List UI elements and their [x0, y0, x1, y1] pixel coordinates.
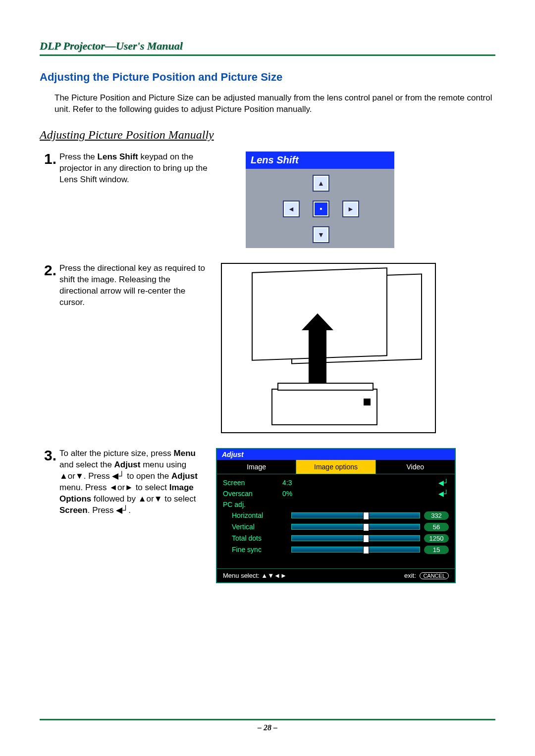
osd-tab-video[interactable]: Video	[376, 460, 455, 474]
step-2-number: 2.	[40, 263, 59, 278]
s3-bc: Adjust	[171, 471, 198, 481]
osd-finesync-badge: 15	[424, 546, 449, 554]
osd-overscan-enter-icon: ◀┘	[438, 490, 449, 498]
osd-vertical-label: Vertical	[232, 523, 291, 531]
osd-row-pcadj: PC adj.	[217, 499, 455, 510]
up-arrow-icon	[309, 328, 326, 388]
osd-tab-image[interactable]: Image	[217, 460, 296, 474]
step-3: 3. To alter the picture size, press Menu…	[40, 448, 495, 583]
s3-ta: To alter the picture size, press	[59, 449, 174, 458]
projector-shift-figure	[216, 263, 495, 433]
footer-rule	[40, 719, 495, 720]
s3-tb: and select the	[59, 460, 114, 469]
step-2-text: Press the directional key as required to…	[59, 263, 208, 308]
s3-tf: . Press ◀┘.	[88, 505, 131, 515]
osd-tab-image-options[interactable]: Image options	[296, 460, 375, 474]
osd-body: Screen 4:3 ◀┘ Overscan 0% ◀┘ PC adj. Hor…	[217, 474, 455, 568]
osd-row-vertical[interactable]: Vertical 56	[217, 521, 455, 533]
osd-vertical-slider[interactable]	[291, 524, 420, 530]
s3-td: menu. Press ◄or► to select	[59, 483, 169, 492]
osd-exit-group: exit: CANCEL	[404, 572, 449, 579]
osd-menu-select-label: Menu select: ▲▼◄►	[223, 572, 287, 579]
lens-shift-title: Lens Shift	[246, 151, 394, 169]
osd-screen-value: 4:3	[282, 479, 317, 487]
s1-bold-a: Lens Shift	[98, 152, 138, 161]
lens-shift-left-button[interactable]: ◄	[283, 201, 300, 217]
shift-diagram	[221, 263, 436, 433]
s3-be: Screen	[59, 505, 88, 515]
osd-tabs: Image Image options Video	[217, 460, 455, 474]
lens-shift-down-button[interactable]: ▼	[313, 226, 329, 243]
projector-lens-icon	[364, 399, 371, 405]
s3-te: followed by ▲or▼ to select	[91, 494, 196, 504]
s3-ba: Menu	[174, 449, 196, 458]
osd-row-overscan[interactable]: Overscan 0% ◀┘	[217, 488, 455, 499]
step-3-text: To alter the picture size, press Menu an…	[59, 448, 208, 516]
osd-footer: Menu select: ▲▼◄► exit: CANCEL	[217, 568, 455, 582]
step-1: 1. Press the Lens Shift keypad on the pr…	[40, 151, 495, 248]
section-heading: Adjusting the Picture Position and Pictu…	[40, 71, 495, 84]
osd-horizontal-badge: 332	[424, 511, 449, 520]
osd-screen-label: Screen	[223, 479, 282, 487]
osd-row-screen[interactable]: Screen 4:3 ◀┘	[217, 477, 455, 488]
osd-cancel-button[interactable]: CANCEL	[420, 572, 449, 579]
step-1-text: Press the Lens Shift keypad on the proje…	[59, 151, 208, 186]
s1-text-a: Press the	[59, 152, 98, 161]
osd-row-horizontal[interactable]: Horizontal 332	[217, 510, 455, 521]
osd-totaldots-badge: 1250	[424, 534, 449, 543]
lens-shift-figure: Lens Shift ▲ ◄ • ► ▼	[216, 151, 495, 248]
osd-screen-enter-icon: ◀┘	[438, 479, 449, 487]
s3-bb: Adjust	[114, 460, 141, 469]
osd-vertical-badge: 56	[424, 523, 449, 531]
header-title: DLP Projector—User's Manual	[40, 40, 495, 52]
osd-horizontal-label: Horizontal	[232, 511, 291, 519]
step-1-number: 1.	[40, 151, 59, 166]
osd-row-finesync[interactable]: Fine sync 15	[217, 544, 455, 555]
osd-menu: Adjust Image Image options Video Screen …	[216, 448, 456, 583]
footer: – 28 –	[40, 679, 495, 732]
step-3-number: 3.	[40, 448, 59, 463]
osd-exit-label: exit:	[404, 572, 416, 579]
osd-pcadj-label: PC adj.	[223, 501, 282, 508]
header-rule	[40, 54, 495, 56]
sub-heading: Adjusting Picture Position Manually	[40, 128, 495, 142]
osd-finesync-label: Fine sync	[232, 546, 291, 554]
osd-title: Adjust	[217, 449, 455, 460]
osd-totaldots-slider[interactable]	[291, 535, 420, 541]
lens-shift-center-button[interactable]: •	[313, 201, 329, 217]
page: DLP Projector—User's Manual Adjusting th…	[0, 0, 535, 756]
page-number: – 28 –	[40, 723, 495, 732]
osd-totaldots-label: Total dots	[232, 534, 291, 542]
intro-text: The Picture Position and Picture Size ca…	[54, 93, 495, 115]
osd-overscan-value: 0%	[282, 490, 317, 498]
lens-shift-panel: Lens Shift ▲ ◄ • ► ▼	[246, 151, 394, 248]
lens-shift-body: ▲ ◄ • ► ▼	[246, 169, 394, 248]
projector-icon	[271, 389, 377, 425]
osd-row-totaldots[interactable]: Total dots 1250	[217, 533, 455, 544]
osd-figure: Adjust Image Image options Video Screen …	[216, 448, 495, 583]
osd-horizontal-slider[interactable]	[291, 512, 420, 518]
lens-shift-right-button[interactable]: ►	[342, 201, 359, 217]
lens-shift-up-button[interactable]: ▲	[313, 175, 329, 192]
osd-overscan-label: Overscan	[223, 490, 282, 498]
step-2: 2. Press the directional key as required…	[40, 263, 495, 433]
osd-finesync-slider[interactable]	[291, 547, 420, 553]
